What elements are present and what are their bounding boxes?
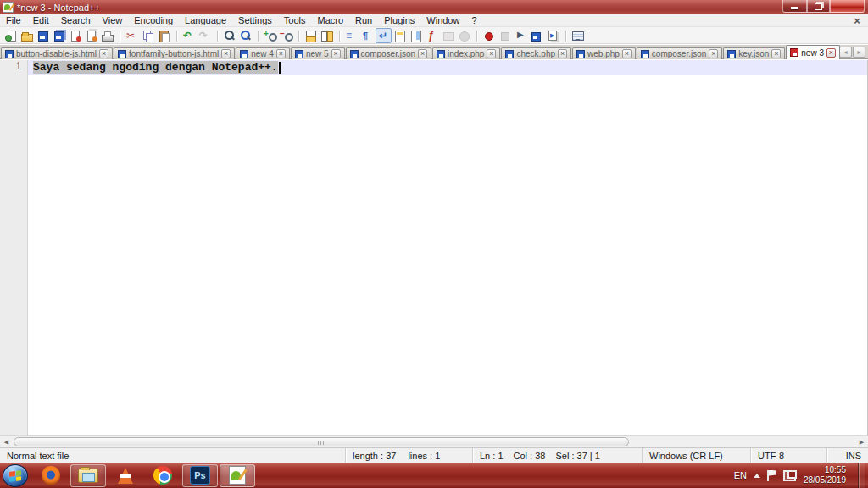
selected-text: Saya sedang ngoding dengan Notepad++.: [33, 61, 278, 74]
paste-icon[interactable]: [156, 28, 172, 43]
save-all-icon[interactable]: [51, 28, 67, 43]
sync-vertical-icon[interactable]: [303, 28, 319, 43]
tab-scroll-right-icon[interactable]: ▸: [853, 47, 865, 58]
macro-save-icon[interactable]: [529, 28, 545, 43]
tab[interactable]: index.php: [432, 47, 500, 59]
explorer-icon[interactable]: [70, 464, 106, 487]
tab-close-icon[interactable]: [771, 49, 781, 58]
status-encoding[interactable]: UTF-8: [751, 448, 827, 463]
tab[interactable]: new 3: [786, 45, 840, 59]
status-cursor-position: Ln : 1 Col : 38 Sel : 37 | 1: [473, 448, 643, 463]
network-icon[interactable]: [783, 470, 797, 481]
photoshop-icon[interactable]: Ps: [182, 464, 218, 487]
menu-item[interactable]: Search: [55, 14, 97, 26]
restore-button[interactable]: [807, 0, 830, 13]
status-line: Ln : 1: [480, 451, 504, 461]
menu-item[interactable]: Macro: [311, 14, 349, 26]
tab-scroll-left-icon[interactable]: ◂: [839, 47, 852, 58]
scroll-left-arrow-icon[interactable]: ◀: [0, 436, 13, 447]
start-button[interactable]: [3, 464, 28, 487]
tab[interactable]: web.php: [572, 47, 636, 59]
menu-item[interactable]: File: [0, 14, 27, 26]
clock[interactable]: 10:55 28/05/2019: [804, 465, 846, 485]
close-button[interactable]: [830, 0, 865, 13]
menu-item[interactable]: View: [97, 14, 129, 26]
menu-item[interactable]: Run: [349, 14, 378, 26]
menu-item[interactable]: Language: [179, 14, 232, 26]
horizontal-scrollbar[interactable]: ◀ ▶: [0, 435, 868, 447]
doc-switcher-icon[interactable]: [456, 28, 472, 43]
title-bar[interactable]: *new 3 - Notepad++: [0, 0, 868, 14]
tab-close-icon[interactable]: [487, 49, 496, 58]
tab-close-icon[interactable]: [99, 49, 108, 58]
firefox-icon[interactable]: [33, 464, 69, 487]
close-doc-icon[interactable]: [67, 28, 83, 43]
menu-item[interactable]: Plugins: [378, 14, 420, 26]
macro-record-icon[interactable]: [481, 28, 497, 43]
user-defined-dialog-icon[interactable]: [392, 28, 408, 43]
open-folder-icon[interactable]: [19, 28, 35, 43]
copy-icon[interactable]: [140, 28, 156, 43]
macro-stop-icon[interactable]: [497, 28, 513, 43]
doc-map-icon[interactable]: [408, 28, 424, 43]
menu-item[interactable]: Tools: [278, 14, 312, 26]
tab[interactable]: key.json: [723, 47, 785, 59]
function-list-icon[interactable]: [424, 28, 440, 43]
scrollbar-thumb[interactable]: [14, 437, 629, 446]
menu-item[interactable]: Window: [420, 14, 465, 26]
tab[interactable]: fontfamily-button-js.html: [114, 47, 235, 59]
find-icon[interactable]: [221, 28, 237, 43]
status-insert-mode[interactable]: INS: [827, 448, 868, 463]
tab-close-icon[interactable]: [826, 48, 836, 58]
zoom-out-icon[interactable]: [278, 28, 294, 43]
sync-horizontal-icon[interactable]: [319, 28, 335, 43]
menu-item[interactable]: Edit: [27, 14, 55, 26]
menu-item[interactable]: Encoding: [128, 14, 179, 26]
new-file-icon[interactable]: [3, 28, 19, 43]
tab[interactable]: new 5: [291, 47, 345, 59]
tab-close-icon[interactable]: [276, 49, 286, 58]
menu-item[interactable]: ?: [465, 14, 482, 26]
editor-area[interactable]: 1 Saya sedang ngoding dengan Notepad++.: [0, 60, 868, 435]
action-center-flag-icon[interactable]: [767, 470, 776, 481]
tab[interactable]: new 4: [236, 47, 290, 59]
menu-item[interactable]: Settings: [232, 14, 278, 26]
tab[interactable]: check.php: [501, 47, 571, 59]
scroll-right-arrow-icon[interactable]: ▶: [855, 436, 868, 447]
tab-close-icon[interactable]: [418, 49, 427, 58]
tab-close-icon[interactable]: [622, 49, 632, 58]
menubar-close-icon[interactable]: [851, 15, 863, 26]
show-all-characters-icon[interactable]: [359, 28, 376, 43]
tab-close-icon[interactable]: [221, 49, 231, 58]
tab[interactable]: button-disable-js.html: [1, 47, 113, 59]
text-area[interactable]: Saya sedang ngoding dengan Notepad++.: [28, 60, 867, 435]
language-indicator[interactable]: EN: [734, 470, 747, 480]
notepad-plus-plus-taskbar-icon[interactable]: [220, 464, 255, 487]
tab-close-icon[interactable]: [709, 49, 718, 58]
whitespace-icon[interactable]: [343, 28, 359, 43]
tab[interactable]: composer.json: [637, 47, 722, 59]
document-monitor-icon[interactable]: [570, 28, 586, 43]
vlc-icon[interactable]: [108, 464, 143, 487]
close-all-icon[interactable]: [83, 28, 99, 43]
word-wrap-icon[interactable]: [376, 28, 392, 43]
tab-save-state-icon: [437, 50, 445, 58]
show-desktop-button[interactable]: [858, 463, 865, 488]
chrome-icon[interactable]: [145, 464, 181, 487]
cut-icon[interactable]: [124, 28, 140, 43]
macro-play-icon[interactable]: [513, 28, 529, 43]
print-icon[interactable]: [99, 28, 115, 43]
hidden-icons-arrow-icon[interactable]: [754, 474, 760, 478]
redo-icon[interactable]: [197, 28, 213, 43]
zoom-in-icon[interactable]: [262, 28, 278, 43]
tab[interactable]: composer.json: [346, 47, 431, 59]
tab-close-icon[interactable]: [558, 49, 567, 58]
save-icon[interactable]: [35, 28, 51, 43]
minimize-button[interactable]: [782, 0, 807, 13]
replace-icon[interactable]: [237, 28, 253, 43]
tab-close-icon[interactable]: [331, 49, 341, 58]
file-browser-icon[interactable]: [440, 28, 456, 43]
status-eol-format[interactable]: Windows (CR LF): [643, 448, 751, 463]
macro-run-multiple-icon[interactable]: [545, 28, 561, 43]
undo-icon[interactable]: [181, 28, 197, 43]
